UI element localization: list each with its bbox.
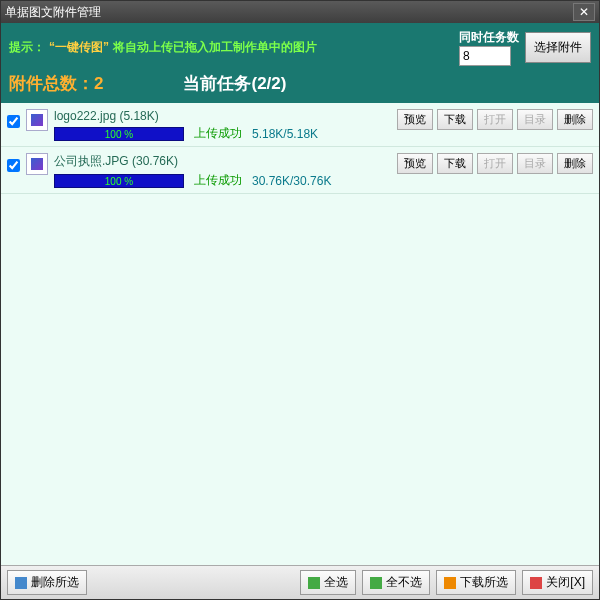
download-button[interactable]: 下载 <box>437 109 473 130</box>
item-checkbox[interactable] <box>7 115 20 128</box>
titlebar: 单据图文附件管理 ✕ <box>1 1 599 23</box>
upload-status: 上传成功 <box>194 172 242 189</box>
tip-quote: “一键传图” <box>49 39 109 56</box>
thumbnail-icon <box>26 109 48 131</box>
deselect-all-label: 全不选 <box>386 574 422 591</box>
file-name: 公司执照.JPG (30.76K) <box>54 151 391 172</box>
delete-button[interactable]: 删除 <box>557 153 593 174</box>
total-count-label: 附件总数：2 <box>9 72 103 95</box>
progress-bar: 100 % <box>54 174 184 188</box>
preview-button[interactable]: 预览 <box>397 153 433 174</box>
attachment-list: logo222.jpg (5.18K) 100 % 上传成功 5.18K/5.1… <box>1 103 599 565</box>
download-selected-label: 下载所选 <box>460 574 508 591</box>
progress-bar: 100 % <box>54 127 184 141</box>
size-text: 30.76K/30.76K <box>252 174 331 188</box>
open-button[interactable]: 打开 <box>477 109 513 130</box>
tip-prefix: 提示： <box>9 39 45 56</box>
deselect-all-button[interactable]: 全不选 <box>362 570 430 595</box>
list-item: logo222.jpg (5.18K) 100 % 上传成功 5.18K/5.1… <box>1 103 599 147</box>
delete-selected-label: 删除所选 <box>31 574 79 591</box>
folder-button[interactable]: 目录 <box>517 109 553 130</box>
delete-selected-button[interactable]: 删除所选 <box>7 570 87 595</box>
close-icon <box>530 577 542 589</box>
uncheck-icon <box>370 577 382 589</box>
size-text: 5.18K/5.18K <box>252 127 318 141</box>
current-task-label: 当前任务(2/2) <box>183 72 286 95</box>
close-window-button[interactable]: 关闭[X] <box>522 570 593 595</box>
select-all-button[interactable]: 全选 <box>300 570 356 595</box>
close-label: 关闭[X] <box>546 574 585 591</box>
open-button[interactable]: 打开 <box>477 153 513 174</box>
download-button[interactable]: 下载 <box>437 153 473 174</box>
folder-button[interactable]: 目录 <box>517 153 553 174</box>
select-all-label: 全选 <box>324 574 348 591</box>
select-attachment-button[interactable]: 选择附件 <box>525 32 591 63</box>
window-title: 单据图文附件管理 <box>5 4 573 21</box>
preview-button[interactable]: 预览 <box>397 109 433 130</box>
delete-icon <box>15 577 27 589</box>
download-icon <box>444 577 456 589</box>
concurrent-label: 同时任务数 <box>459 29 519 46</box>
header-panel: 提示： “一键传图” 将自动上传已拖入加工制作单中的图片 同时任务数 选择附件 … <box>1 23 599 103</box>
download-selected-button[interactable]: 下载所选 <box>436 570 516 595</box>
concurrent-input[interactable] <box>459 46 511 66</box>
close-button[interactable]: ✕ <box>573 3 595 21</box>
delete-button[interactable]: 删除 <box>557 109 593 130</box>
list-item: 公司执照.JPG (30.76K) 100 % 上传成功 30.76K/30.7… <box>1 147 599 194</box>
upload-status: 上传成功 <box>194 125 242 142</box>
tip-suffix: 将自动上传已拖入加工制作单中的图片 <box>113 39 317 56</box>
item-checkbox[interactable] <box>7 159 20 172</box>
check-icon <box>308 577 320 589</box>
footer-toolbar: 删除所选 全选 全不选 下载所选 关闭[X] <box>1 565 599 599</box>
file-name: logo222.jpg (5.18K) <box>54 107 391 125</box>
thumbnail-icon <box>26 153 48 175</box>
tip-row: 提示： “一键传图” 将自动上传已拖入加工制作单中的图片 同时任务数 选择附件 <box>9 27 591 72</box>
attachment-manager-window: 单据图文附件管理 ✕ 提示： “一键传图” 将自动上传已拖入加工制作单中的图片 … <box>0 0 600 600</box>
